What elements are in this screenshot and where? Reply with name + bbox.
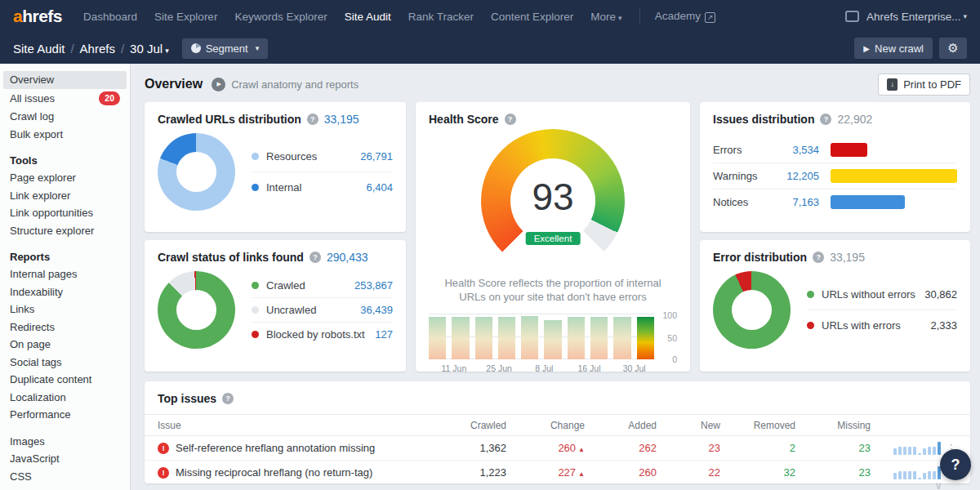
sidebar-item-on-page[interactable]: On page [0, 336, 130, 354]
nav-site-explorer[interactable]: Site Explorer [154, 11, 217, 23]
legend-dot [252, 282, 259, 289]
legend-value: 2,333 [930, 319, 957, 332]
issue-link[interactable]: Missing reciprocal hreflang (no return-t… [176, 466, 372, 479]
sidebar-item-images[interactable]: Images [0, 433, 130, 451]
issue-link[interactable]: Self-reference hreflang annotation missi… [176, 442, 375, 454]
nav-academy[interactable]: Academy↗ [655, 10, 716, 23]
legend-item: Uncrawled 36,439 [252, 298, 393, 323]
x-tick: 25 Jun [476, 363, 521, 373]
nav-dashboard[interactable]: Dashboard [83, 11, 137, 23]
missing-cell: 23 [795, 442, 871, 454]
print-to-pdf-button[interactable]: ↓ Print to PDF [878, 74, 970, 96]
legend-value[interactable]: 36,439 [360, 304, 393, 316]
errors-bar [831, 143, 867, 157]
sidebar-item-duplicate-content[interactable]: Duplicate content [0, 371, 130, 389]
issue-sparkline [893, 442, 942, 455]
y-tick: 50 [657, 333, 677, 343]
chevron-down-icon: ▾ [165, 47, 169, 55]
sidebar-item-localization[interactable]: Localization [0, 389, 130, 407]
nav-content-explorer[interactable]: Content Explorer [491, 11, 573, 23]
new-crawl-button[interactable]: ▶ New crawl [854, 38, 933, 59]
project-bar: Site Audit / Ahrefs / 30 Jul▾ Segment ▾ … [0, 33, 980, 64]
tutorial-play-icon[interactable]: ▶ [212, 78, 225, 91]
notices-count[interactable]: 7,163 [772, 196, 819, 208]
legend-value[interactable]: 6,404 [366, 181, 393, 194]
sidebar-item-internal-pages[interactable]: Internal pages [0, 265, 130, 283]
info-icon[interactable]: ? [820, 114, 831, 125]
legend-dot [252, 331, 259, 338]
notices-bar [831, 195, 905, 209]
help-button[interactable]: ? [940, 449, 971, 480]
issues-distribution-card: Issues distribution ? 22,902 Errors 3,53… [700, 102, 970, 232]
legend-value[interactable]: 127 [375, 328, 393, 341]
links-found-count[interactable]: 290,433 [327, 251, 368, 264]
info-icon[interactable]: ? [813, 252, 824, 263]
nav-divider [639, 8, 640, 24]
warnings-count[interactable]: 12,205 [772, 170, 819, 182]
breadcrumb-site-audit[interactable]: Site Audit [13, 42, 65, 56]
table-row: ! Self-reference hreflang annotation mis… [145, 436, 970, 461]
error-distribution-card: Error distribution ? 33,195 URLs without… [700, 240, 970, 372]
crawl-date-selector[interactable]: 30 Jul▾ [130, 42, 169, 56]
legend-dot [252, 184, 259, 191]
sidebar-item-redirects[interactable]: Redirects [0, 318, 130, 336]
nav-site-audit[interactable]: Site Audit [345, 11, 391, 23]
sidebar-item-social-tags[interactable]: Social tags [0, 354, 130, 372]
crawled-urls-count[interactable]: 33,195 [324, 113, 359, 126]
info-icon[interactable]: ? [505, 114, 516, 125]
crawl-status-card: Crawl status of links found ? 290,433 Cr… [145, 240, 406, 372]
chevron-down-icon: ▾ [963, 12, 967, 20]
sidebar-item-overview[interactable]: Overview [3, 71, 127, 89]
legend-item: Resources 26,791 [252, 141, 393, 172]
error-icon: ! [158, 443, 169, 454]
nav-keywords-explorer[interactable]: Keywords Explorer [234, 11, 327, 23]
health-score-trend-chart: 100 50 0 11 Jun 25 Jun 8 Jul 16 Jul 30 J… [429, 314, 677, 373]
card-title: Error distribution [713, 251, 807, 264]
error-icon: ! [158, 467, 169, 479]
legend-value[interactable]: 253,867 [354, 279, 393, 292]
info-icon[interactable]: ? [310, 252, 321, 263]
segment-button[interactable]: Segment ▾ [182, 38, 269, 59]
ahrefs-logo[interactable]: ahrefs [13, 7, 62, 26]
legend-value: 30,862 [924, 288, 957, 301]
sidebar-item-page-explorer[interactable]: Page explorer [0, 169, 130, 187]
account-menu[interactable]: Ahrefs Enterprise... ▾ [845, 11, 967, 23]
new-cell: 22 [657, 466, 720, 479]
top-issues-card: Top issues ? Issue Crawled Change Added … [145, 381, 970, 483]
x-tick: 16 Jul [567, 363, 612, 373]
up-arrow-icon: ▲ [578, 446, 585, 453]
sidebar-item-links[interactable]: Links [0, 301, 130, 318]
nav-more[interactable]: More▾ [590, 11, 621, 23]
sidebar-item-performance[interactable]: Performance [0, 406, 130, 424]
errors-count[interactable]: 3,534 [772, 144, 819, 156]
segment-pie-icon [191, 43, 201, 53]
page-title: Overview [145, 77, 203, 91]
chevron-down-icon: ▾ [618, 14, 622, 22]
settings-button[interactable]: ⚙ [939, 38, 967, 59]
up-arrow-icon: ▲ [578, 470, 585, 478]
legend-dot [807, 322, 814, 329]
legend-value[interactable]: 26,791 [360, 150, 393, 163]
sidebar-item-link-opportunities[interactable]: Link opportunities [0, 204, 130, 222]
sidebar-item-indexability[interactable]: Indexability [0, 283, 130, 301]
nav-rank-tracker[interactable]: Rank Tracker [408, 11, 474, 23]
info-icon[interactable]: ? [222, 393, 234, 404]
info-icon[interactable]: ? [307, 114, 318, 125]
breadcrumb-project[interactable]: Ahrefs [80, 42, 115, 56]
sidebar-item-all-issues[interactable]: All issues20 [0, 89, 130, 109]
sidebar-item-crawl-log[interactable]: Crawl log [0, 108, 130, 126]
workspace-icon [845, 11, 859, 22]
card-title: Crawl status of links found [158, 251, 304, 264]
sidebar-item-link-explorer[interactable]: Link explorer [0, 187, 130, 205]
issues-row-notices: Notices 7,163 [713, 189, 957, 215]
sidebar-item-css[interactable]: CSS [0, 468, 130, 486]
legend-item: Crawled 253,867 [252, 274, 393, 298]
crawl-status-donut-chart [158, 271, 235, 349]
sidebar-item-structure-explorer[interactable]: Structure explorer [0, 222, 130, 240]
legend-dot [252, 306, 259, 314]
sidebar-item-javascript[interactable]: JavaScript [0, 450, 130, 468]
crawled-cell: 1,223 [434, 466, 506, 479]
page-subtitle[interactable]: Crawl anatomy and reports [231, 78, 359, 91]
chevron-down-icon: ▾ [256, 44, 260, 52]
sidebar-item-bulk-export[interactable]: Bulk export [0, 126, 130, 144]
